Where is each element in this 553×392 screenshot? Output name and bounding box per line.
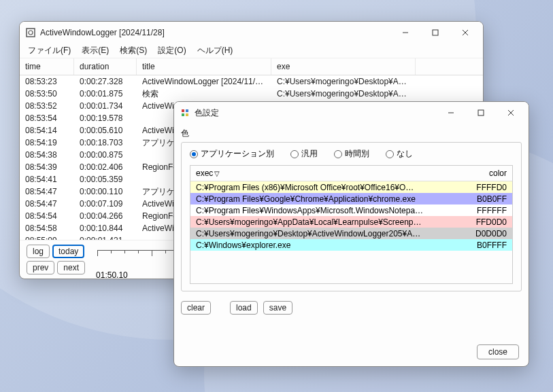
svg-rect-8 bbox=[182, 113, 184, 116]
cell-exec: C:¥Users¥mogeringo¥AppData¥Local¥Learnpu… bbox=[190, 217, 458, 227]
radio-label: 汎用 bbox=[301, 148, 318, 160]
color-row[interactable]: C:¥Program Files (x86)¥Microsoft Office¥… bbox=[190, 181, 512, 193]
dialog-action-buttons: clear load save bbox=[174, 294, 529, 321]
cell-title: 検索 bbox=[137, 88, 271, 101]
cell-time: 08:53:52 bbox=[20, 101, 74, 111]
close-dialog-button[interactable]: close bbox=[477, 344, 519, 359]
cell-color: FFD0D0 bbox=[458, 217, 512, 227]
main-title: ActiveWindowLogger [2024/11/28] bbox=[40, 28, 390, 37]
cell-duration: 0:00:02.406 bbox=[74, 162, 137, 173]
color-table: exec▽ color C:¥Program Files (x86)¥Micro… bbox=[190, 165, 513, 284]
cell-color: B0FFFF bbox=[458, 240, 512, 250]
col-title[interactable]: title bbox=[137, 58, 271, 75]
cell-time: 08:53:54 bbox=[20, 113, 74, 124]
cell-duration: 0:00:01.734 bbox=[74, 101, 137, 111]
cell-time: 08:55:09 bbox=[20, 235, 74, 240]
col-time[interactable]: time bbox=[20, 58, 74, 75]
radio-icon bbox=[334, 150, 342, 158]
menu-help[interactable]: ヘルプ(H) bbox=[192, 43, 239, 58]
menubar: ファイル(F) 表示(E) 検索(S) 設定(O) ヘルプ(H) bbox=[20, 43, 483, 58]
clear-button[interactable]: clear bbox=[181, 301, 211, 315]
svg-point-1 bbox=[29, 31, 33, 35]
radio-3[interactable]: なし bbox=[386, 148, 413, 160]
main-titlebar: ActiveWindowLogger [2024/11/28] bbox=[20, 22, 483, 43]
cell-time: 08:54:58 bbox=[20, 223, 74, 234]
color-row[interactable]: C:¥Users¥mogeringo¥AppData¥Local¥Learnpu… bbox=[190, 216, 512, 228]
cell-title: ActiveWindowLogger [2024/11/28] bbox=[137, 76, 271, 87]
svg-rect-3 bbox=[433, 30, 438, 35]
cell-duration: 0:00:10.844 bbox=[74, 223, 137, 234]
cell-exe: C:¥Users¥mogeringo¥Desktop¥Acti… bbox=[271, 88, 416, 99]
menu-file[interactable]: ファイル(F) bbox=[22, 43, 76, 58]
cell-exec: C:¥Program Files¥Google¥Chrome¥Applicati… bbox=[190, 194, 458, 204]
color-table-header: exec▽ color bbox=[190, 166, 512, 181]
cell-time: 08:54:47 bbox=[20, 198, 74, 209]
table-row[interactable]: 08:53:500:00:01.875検索C:¥Users¥mogeringo¥… bbox=[20, 88, 483, 100]
cell-color: D0D0D0 bbox=[458, 229, 512, 238]
radio-label: 時間別 bbox=[345, 148, 369, 160]
dialog-close-button[interactable] bbox=[496, 103, 526, 122]
cell-duration: 0:00:07.109 bbox=[74, 198, 137, 209]
group-label: 色 bbox=[181, 128, 522, 139]
cell-time: 08:54:47 bbox=[20, 186, 74, 197]
save-button[interactable]: save bbox=[263, 301, 292, 315]
dialog-window-controls bbox=[436, 103, 526, 122]
col-duration[interactable]: duration bbox=[74, 58, 137, 75]
group-box: アプリケーション別汎用時間別なし exec▽ color C:¥Program … bbox=[181, 142, 522, 291]
color-row[interactable]: C:¥Program Files¥WindowsApps¥Microsoft.W… bbox=[190, 204, 512, 216]
cell-time: 08:53:50 bbox=[20, 88, 74, 99]
dialog-maximize-button[interactable] bbox=[466, 103, 496, 122]
dialog-titlebar: 色設定 bbox=[174, 102, 529, 124]
cell-time: 08:54:39 bbox=[20, 162, 74, 173]
next-button[interactable]: next bbox=[57, 261, 85, 274]
cell-exec: C:¥Users¥mogeringo¥Desktop¥ActiveWindowL… bbox=[190, 229, 458, 238]
svg-rect-11 bbox=[478, 110, 484, 115]
menu-view[interactable]: 表示(E) bbox=[76, 43, 114, 58]
window-controls bbox=[390, 23, 480, 42]
today-button[interactable]: today bbox=[52, 245, 84, 258]
color-row[interactable]: C:¥Windows¥explorer.exeB0FFFF bbox=[190, 239, 512, 251]
col-exec[interactable]: exec▽ bbox=[190, 166, 458, 181]
color-table-body: C:¥Program Files (x86)¥Microsoft Office¥… bbox=[190, 181, 512, 283]
dialog-minimize-button[interactable] bbox=[436, 103, 466, 122]
cell-exec: C:¥Windows¥explorer.exe bbox=[190, 240, 458, 250]
radio-icon bbox=[290, 150, 299, 158]
menu-settings[interactable]: 設定(O) bbox=[152, 43, 191, 58]
col-color[interactable]: color bbox=[458, 166, 512, 181]
cell-duration: 0:00:04.266 bbox=[74, 211, 137, 221]
prev-button[interactable]: prev bbox=[27, 261, 54, 274]
sort-asc-icon: ▽ bbox=[214, 170, 220, 177]
radio-group: アプリケーション別汎用時間別なし bbox=[190, 148, 513, 160]
log-button[interactable]: log bbox=[27, 245, 50, 258]
cell-time: 08:54:41 bbox=[20, 174, 74, 185]
cell-time: 08:53:23 bbox=[20, 76, 74, 87]
cell-duration: 0:00:05.359 bbox=[74, 174, 137, 185]
cell-duration: 0:00:05.610 bbox=[74, 125, 137, 136]
cell-duration: 0:00:01.875 bbox=[74, 88, 137, 99]
color-group: 色 アプリケーション別汎用時間別なし exec▽ color C:¥Progra… bbox=[174, 124, 529, 294]
svg-rect-6 bbox=[182, 109, 184, 112]
cell-time: 08:54:19 bbox=[20, 137, 74, 148]
dialog-icon bbox=[180, 107, 190, 118]
cell-color: FFFFFF bbox=[458, 206, 512, 215]
load-button[interactable]: load bbox=[230, 301, 258, 315]
color-row[interactable]: C:¥Users¥mogeringo¥Desktop¥ActiveWindowL… bbox=[190, 228, 512, 239]
maximize-button[interactable] bbox=[420, 23, 450, 42]
cell-color: B0B0FF bbox=[458, 194, 512, 204]
radio-1[interactable]: 汎用 bbox=[290, 148, 318, 160]
close-button[interactable] bbox=[450, 23, 480, 42]
menu-search[interactable]: 検索(S) bbox=[114, 43, 152, 58]
table-row[interactable]: 08:53:230:00:27.328ActiveWindowLogger [2… bbox=[20, 75, 483, 88]
svg-rect-9 bbox=[186, 113, 188, 116]
svg-rect-0 bbox=[27, 29, 35, 37]
col-exe[interactable]: exe bbox=[271, 58, 416, 75]
cell-color: FFFFD0 bbox=[458, 183, 512, 192]
radio-2[interactable]: 時間別 bbox=[334, 148, 369, 160]
table-header: time duration title exe bbox=[20, 58, 483, 75]
dialog-footer: close bbox=[174, 338, 529, 366]
cell-exec: C:¥Program Files (x86)¥Microsoft Office¥… bbox=[190, 183, 458, 192]
cell-duration: 0:00:27.328 bbox=[74, 76, 137, 87]
color-row[interactable]: C:¥Program Files¥Google¥Chrome¥Applicati… bbox=[190, 193, 512, 204]
minimize-button[interactable] bbox=[390, 23, 420, 42]
radio-0[interactable]: アプリケーション別 bbox=[190, 148, 274, 160]
